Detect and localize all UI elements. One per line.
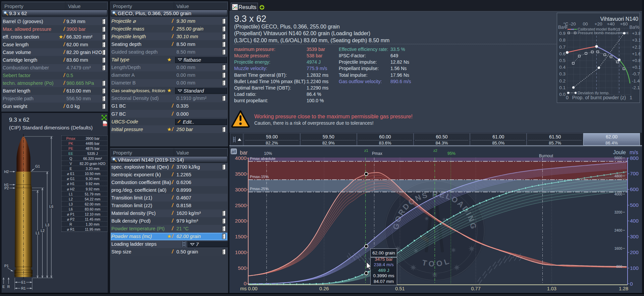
svg-text:0.8: 0.8 xyxy=(559,38,566,43)
svg-text:0: 0 xyxy=(566,95,569,100)
svg-text:z2: z2 xyxy=(433,149,437,153)
svg-text:100: 100 xyxy=(630,265,639,271)
svg-text:0.3990 ms: 0.3990 ms xyxy=(373,273,394,278)
svg-text:0: 0 xyxy=(244,281,247,286)
svg-text:4000: 4000 xyxy=(235,155,247,161)
svg-text:0.1: 0.1 xyxy=(559,85,566,90)
svg-text:+60: +60 xyxy=(620,21,628,26)
svg-text:+3.8: +3.8 xyxy=(632,31,640,36)
svg-text:Deviation by temp.: Deviation by temp. xyxy=(578,91,609,95)
svg-text:Pmax absolute: Pmax absolute xyxy=(250,157,275,161)
svg-text:3475 bar: 3475 bar xyxy=(375,257,393,262)
svg-text:L1: L1 xyxy=(36,231,40,235)
svg-text:1000: 1000 xyxy=(235,249,247,255)
svg-text:4800: 4800 xyxy=(614,174,623,178)
svg-text:Joule: Joule xyxy=(613,150,626,155)
svg-text:2500: 2500 xyxy=(235,202,247,208)
svg-text:3500: 3500 xyxy=(235,171,247,177)
svg-text:0.4: 0.4 xyxy=(559,65,566,70)
svg-text:L3: L3 xyxy=(45,223,49,227)
svg-text:1.03: 1.03 xyxy=(547,286,556,291)
svg-text:L6: L6 xyxy=(49,204,53,209)
svg-text:+20: +20 xyxy=(595,21,602,26)
svg-text:+40: +40 xyxy=(607,21,615,26)
svg-text:800: 800 xyxy=(616,264,622,269)
svg-text:300: 300 xyxy=(630,234,639,239)
svg-text:ms 0.00: ms 0.00 xyxy=(240,286,258,291)
svg-text:Burnout: Burnout xyxy=(539,154,553,158)
svg-text:10%: 10% xyxy=(264,151,272,156)
svg-text:R1: R1 xyxy=(21,286,26,290)
svg-text:600: 600 xyxy=(630,186,639,192)
svg-text:4000: 4000 xyxy=(614,192,623,196)
svg-text:-1.4: -1.4 xyxy=(632,78,640,83)
svg-text:-0.7: -0.7 xyxy=(632,71,640,76)
svg-text:1: 1 xyxy=(630,95,632,100)
svg-text:500: 500 xyxy=(630,202,639,208)
svg-text:0.26: 0.26 xyxy=(319,286,329,291)
svg-text:H2: H2 xyxy=(4,170,9,174)
svg-text:0.51: 0.51 xyxy=(395,286,405,291)
svg-text:1500: 1500 xyxy=(235,234,247,239)
svg-text:5600: 5600 xyxy=(614,156,623,160)
svg-text:Vihtavuori N140: Vihtavuori N140 xyxy=(600,16,638,22)
svg-text:E: E xyxy=(2,285,5,289)
svg-text:0.3: 0.3 xyxy=(559,71,566,76)
svg-text:3000: 3000 xyxy=(235,187,247,192)
svg-text:1.28: 1.28 xyxy=(619,286,628,291)
svg-text:G1: G1 xyxy=(35,164,40,168)
svg-text:0.6: 0.6 xyxy=(559,51,566,56)
svg-text:Pressure bomb measurement: Pressure bomb measurement xyxy=(578,31,629,35)
svg-text:°C: °C xyxy=(563,21,568,26)
svg-text:0.0: 0.0 xyxy=(559,92,566,97)
svg-text:95%: 95% xyxy=(447,151,455,156)
svg-text:Pmax-25%: Pmax-25% xyxy=(250,187,269,191)
svg-text:500: 500 xyxy=(238,265,247,271)
svg-text:2400: 2400 xyxy=(614,228,623,232)
svg-text:200: 200 xyxy=(630,249,639,255)
svg-text:P2: P2 xyxy=(4,186,9,190)
svg-text:Prop. of burnt powder (z): Prop. of burnt powder (z) xyxy=(572,95,626,100)
svg-text:469 J: 469 J xyxy=(378,268,389,273)
svg-text:bar: bar xyxy=(240,150,248,156)
svg-text:700: 700 xyxy=(630,171,639,176)
svg-text:-2.1: -2.1 xyxy=(632,85,640,90)
svg-text:00: 00 xyxy=(583,21,588,26)
svg-text:0: 0 xyxy=(630,281,633,287)
svg-text:3200: 3200 xyxy=(614,210,623,214)
svg-text:+0.8: +0.8 xyxy=(632,58,640,63)
svg-text:84.07 mm: 84.07 mm xyxy=(374,279,394,284)
svg-text:0.7: 0.7 xyxy=(559,45,566,50)
svg-text:400: 400 xyxy=(630,218,639,224)
svg-text:2000: 2000 xyxy=(235,218,247,224)
svg-text:238.4 m/s: 238.4 m/s xyxy=(374,262,394,267)
svg-text:Pmax-15%: Pmax-15% xyxy=(250,175,269,179)
svg-text:+2.3: +2.3 xyxy=(632,45,640,50)
svg-text:0.2: 0.2 xyxy=(559,78,566,83)
svg-text:1600: 1600 xyxy=(614,246,623,250)
svg-text:R: R xyxy=(7,285,10,289)
svg-text:Pmax: Pmax xyxy=(372,151,382,156)
svg-text:m/s: m/s xyxy=(630,150,638,155)
svg-text:0.5: 0.5 xyxy=(559,58,566,63)
svg-text:L2: L2 xyxy=(41,229,45,233)
svg-text:+0.1: +0.1 xyxy=(632,65,640,70)
svg-text:+1.6: +1.6 xyxy=(632,51,640,56)
svg-text:Ba%: Ba% xyxy=(629,24,639,30)
svg-text:E1: E1 xyxy=(21,280,26,284)
svg-text:z1: z1 xyxy=(364,149,368,153)
svg-text:0.77: 0.77 xyxy=(471,286,480,291)
svg-text:+3.1: +3.1 xyxy=(632,38,640,43)
svg-text:P1: P1 xyxy=(4,264,9,268)
svg-text:62.00 grain: 62.00 grain xyxy=(372,250,395,255)
svg-text:0.9: 0.9 xyxy=(559,31,566,36)
svg-text:p/t: p/t xyxy=(231,150,236,154)
svg-text:-20: -20 xyxy=(569,21,576,26)
svg-text:800: 800 xyxy=(630,155,639,161)
